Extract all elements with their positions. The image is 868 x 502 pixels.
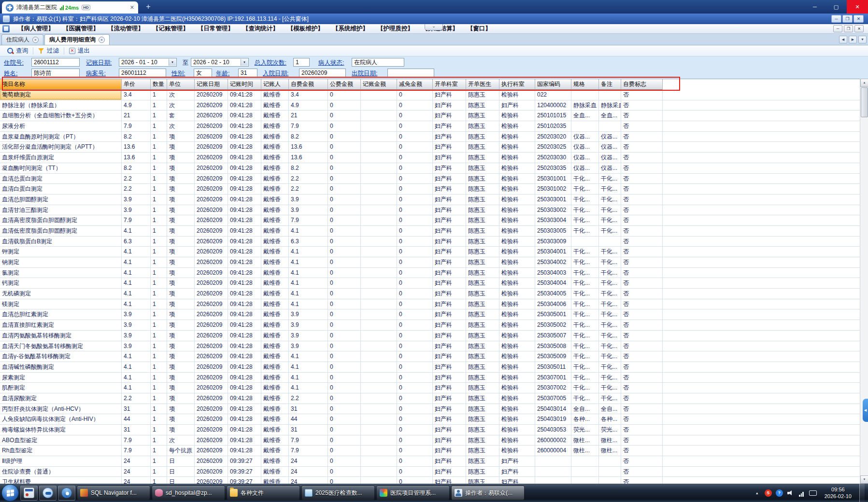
column-header[interactable]: 项目名称 [0, 79, 122, 90]
table-row[interactable]: 血清甘油三酯测定3.91项2026020909:41:28戴维香3.900妇产科… [0, 205, 860, 216]
column-header[interactable]: 开单科室 [433, 79, 466, 90]
chevron-down-icon[interactable]: ▼ [169, 59, 176, 66]
record-no-field[interactable]: 26001112 [119, 69, 166, 77]
column-header[interactable]: 开单医生 [466, 79, 499, 90]
column-header[interactable]: 自费标志 [621, 79, 663, 90]
age-field[interactable]: 31 [238, 69, 257, 77]
filter-button[interactable]: 过滤 [34, 46, 63, 56]
volume-icon[interactable] [787, 489, 794, 497]
tab-fee-detail-query[interactable]: 病人费用明细查询 ✕ [44, 34, 110, 45]
gender-field[interactable]: 女 [194, 69, 212, 77]
tab-list-dropdown-icon[interactable]: ▼ [858, 36, 867, 43]
query-button[interactable]: 查询 [3, 46, 32, 56]
app-close-icon[interactable]: ✕ [854, 15, 864, 23]
table-row[interactable]: 梅毒螺旋体特异抗体测定311项2026020909:41:28戴维香3100妇产… [0, 425, 860, 435]
table-row[interactable]: 血清载脂蛋白B测定6.31项2026020909:41:28戴维香6.300妇产… [0, 237, 860, 247]
taskbar-task[interactable]: 医院项目管理系... [376, 486, 450, 500]
column-header[interactable]: 减免金额 [397, 79, 433, 90]
tab-close-icon[interactable]: ✕ [130, 4, 134, 11]
scrollbar-thumb[interactable] [861, 87, 868, 117]
close-icon[interactable]: ✕ [847, 0, 868, 14]
table-row[interactable]: 氯测定4.11项2026020909:41:28戴维香4.100妇产科陈惠玉检验… [0, 268, 860, 279]
column-header[interactable]: 记账时间 [228, 79, 261, 90]
billing-date-to-field[interactable]: 2026 - 02 - 10▼ [191, 58, 249, 67]
table-row[interactable]: 丙型肝炎抗体测定（Anti-HCV）311项2026020909:41:28戴维… [0, 404, 860, 415]
discharge-date-field[interactable] [387, 69, 434, 77]
taskbar-task[interactable]: 各种文件 [227, 486, 300, 500]
menu-item[interactable]: 【窗口】 [463, 25, 496, 33]
hidden-icons-icon[interactable] [754, 489, 761, 497]
table-row[interactable]: 活化部分凝血活酶时间测定（APTT）13.61项2026020909:41:28… [0, 142, 860, 153]
exit-button[interactable]: 退出 [65, 46, 94, 56]
column-header[interactable]: 记账日期 [195, 79, 228, 90]
keyboard-icon[interactable] [809, 490, 817, 496]
total-admissions-field[interactable]: 1 [293, 58, 310, 67]
column-header[interactable]: 执行科室 [499, 79, 535, 90]
table-row[interactable]: 血清总胆固醇测定3.91项2026020909:41:28戴维香3.900妇产科… [0, 195, 860, 205]
show-desktop-button[interactable] [859, 484, 865, 502]
taskbar-task[interactable]: 操作者：易联众(... [451, 486, 525, 500]
app-minimize-icon[interactable]: ─ [831, 15, 841, 23]
menu-item[interactable]: 【流动管理】 [103, 25, 148, 33]
column-header[interactable]: 数量 [151, 79, 167, 90]
menu-item[interactable]: 【医嘱管理】 [58, 25, 103, 33]
table-row[interactable]: 血清天门冬氨酸氨基转移酶测定3.91项2026020909:41:28戴维香3.… [0, 341, 860, 352]
table-row[interactable]: 血清直接胆红素测定3.91项2026020909:41:28戴维香3.900妇产… [0, 320, 860, 331]
sql-developer-pinned-button[interactable] [39, 486, 57, 501]
taskbar-clock[interactable]: 09:56 2026-02-10 [821, 486, 855, 500]
table-row[interactable]: ABO血型鉴定7.91次2026020909:41:28戴维香7.900妇产科陈… [0, 435, 860, 446]
taskbar-task[interactable]: SQL Navigator f... [77, 486, 150, 500]
chevron-down-icon[interactable]: ▼ [241, 59, 248, 66]
column-header[interactable]: 单价 [122, 79, 151, 90]
scroll-up-icon[interactable]: ▲ [860, 79, 868, 87]
table-row[interactable]: 卫生材料费241日2026020909:39:27戴维香2400妇产科陈惠玉妇产… [0, 477, 860, 484]
taskbar-task[interactable]: 2025医疗检查数... [301, 486, 375, 500]
table-row[interactable]: 凝血酶时间测定（TT）8.21项2026020909:41:28戴维香8.200… [0, 163, 860, 174]
menu-item[interactable]: 【病人管理】 [14, 25, 58, 33]
table-row[interactable]: 血清总蛋白测定2.21项2026020909:41:28戴维香2.200妇产科陈… [0, 174, 860, 184]
table-row[interactable]: 尿液分析7.91次2026020909:41:28戴维香7.900妇产科陈惠玉检… [0, 121, 860, 132]
mdi-restore-icon[interactable]: ❐ [844, 25, 853, 32]
column-header[interactable]: 记账人 [261, 79, 289, 90]
name-field[interactable]: 陈诗苗 [31, 69, 80, 77]
table-row[interactable]: 血清低密度脂蛋白胆固醇测定4.11项2026020909:41:28戴维香4.1… [0, 226, 860, 237]
maximize-icon[interactable]: ▢ [825, 0, 847, 14]
browser-tab[interactable]: 漳浦县第二医院 24ms HD ✕ [2, 1, 138, 14]
table-row[interactable]: 钾测定4.11项2026020909:41:28戴维香4.100妇产科陈惠玉检验… [0, 247, 860, 257]
app-restore-icon[interactable]: ❐ [842, 15, 853, 23]
column-header[interactable]: 规格 [571, 79, 599, 90]
menu-item[interactable]: 【系统维护】 [328, 25, 373, 33]
side-panel-handle[interactable]: ◀ [863, 399, 868, 422]
table-row[interactable]: 血细胞分析（全血细胞计数+五分类）211套2026020909:41:28戴维香… [0, 111, 860, 121]
column-header[interactable]: 记账金额 [361, 79, 397, 90]
tab-inpatient[interactable]: 住院病人 ✕ [1, 34, 43, 45]
scroll-tabs-left-icon[interactable]: ◀ [839, 36, 847, 43]
admit-date-field[interactable]: 20260209 [299, 69, 346, 77]
table-row[interactable]: 葡萄糖测定3.41次2026020909:41:28戴维香3.400妇产科陈惠玉… [0, 90, 860, 100]
table-row[interactable]: 血清尿酸测定2.21项2026020909:41:28戴维香2.200妇产科陈惠… [0, 393, 860, 404]
table-row[interactable]: 人免疫缺陷病毒抗体测定（Anti-HIV）441项2026020909:41:2… [0, 414, 860, 425]
scroll-tabs-right-icon[interactable]: ▶ [849, 36, 857, 43]
menu-item[interactable]: 【日常管理】 [193, 25, 238, 33]
table-row[interactable]: 静脉注射（静脉采血）4.91次2026020909:41:28戴维香4.900妇… [0, 100, 860, 111]
menu-item[interactable]: 【模板维护】 [283, 25, 328, 33]
column-header[interactable]: 自费金额 [289, 79, 328, 90]
table-row[interactable]: 钙测定4.11项2026020909:41:28戴维香4.100妇产科陈惠玉检验… [0, 278, 860, 289]
taskbar-task[interactable]: sd_hospital@zp... [152, 486, 225, 500]
scroll-down-icon[interactable]: ▼ [860, 475, 868, 484]
patient-status-field[interactable]: 在院病人 [352, 58, 404, 67]
admission-no-field[interactable]: 26001112 [31, 58, 80, 67]
table-row[interactable]: 钠测定4.11项2026020909:41:28戴维香4.100妇产科陈惠玉检验… [0, 257, 860, 268]
table-row[interactable]: 血清丙氨酸氨基转移酶测定3.91项2026020909:41:28戴维香3.90… [0, 331, 860, 341]
vertical-scrollbar[interactable]: ▲ ▼ [860, 79, 868, 484]
help-icon[interactable] [776, 489, 783, 497]
start-button[interactable] [1, 484, 19, 502]
menu-item[interactable]: 【护理质控】 [373, 25, 418, 33]
table-row[interactable]: Rh血型鉴定7.91每个抗原2026020909:41:28戴维香7.900妇产… [0, 446, 860, 456]
table-row[interactable]: 住院诊查费（普通）241日2026020909:39:27戴维香2400妇产科陈… [0, 467, 860, 477]
sql-console-pinned-button[interactable] [20, 486, 38, 501]
table-row[interactable]: 血清碱性磷酸酶测定4.11项2026020909:41:28戴维香4.100妇产… [0, 362, 860, 373]
menu-item[interactable]: 【记账管理】 [148, 25, 193, 33]
table-row[interactable]: 肌酐测定4.11项2026020909:41:28戴维香4.100妇产科陈惠玉检… [0, 383, 860, 393]
mdi-close-icon[interactable]: ✕ [854, 25, 864, 32]
